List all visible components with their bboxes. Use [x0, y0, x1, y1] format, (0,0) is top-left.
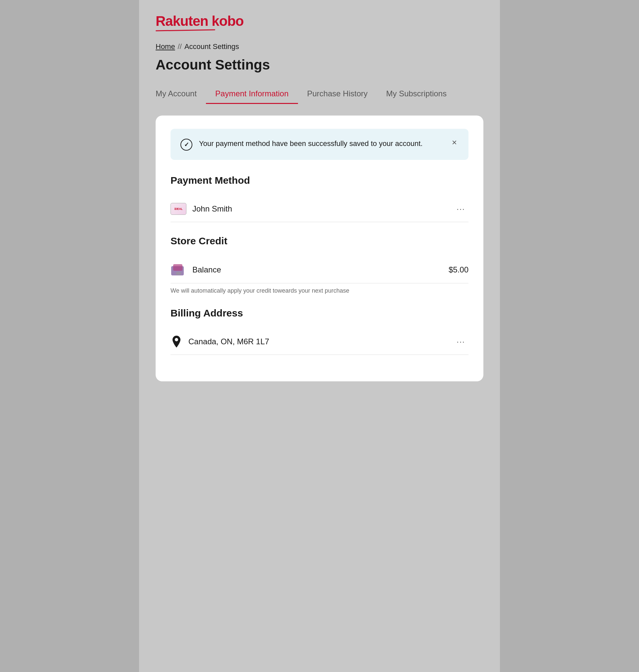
billing-address-item: Canada, ON, M6R 1L7 ··· [171, 329, 468, 355]
logo-text: Rakuten kobo [156, 13, 483, 31]
page-title: Account Settings [156, 57, 483, 73]
store-credit-label: Balance [192, 265, 443, 275]
svg-rect-1 [173, 264, 183, 271]
store-credit-item: Balance $5.00 [171, 256, 468, 283]
billing-address-text: Canada, ON, M6R 1L7 [188, 337, 447, 346]
store-credit-amount: $5.00 [449, 265, 468, 275]
location-pin-icon [171, 336, 183, 348]
breadcrumb-separator: // [178, 42, 182, 51]
tab-my-account[interactable]: My Account [156, 84, 206, 104]
billing-more-options-button[interactable]: ··· [453, 335, 468, 348]
payment-item: iDEAL John Smith ··· [171, 196, 468, 222]
billing-address-section: Billing Address Canada, ON, M6R 1L7 ··· [171, 308, 468, 355]
content-card: Your payment method have been successful… [156, 115, 483, 381]
payment-method-section: Payment Method iDEAL John Smith ··· [171, 175, 468, 222]
breadcrumb: Home // Account Settings [156, 42, 483, 51]
payment-method-title: Payment Method [171, 175, 468, 186]
store-credit-section: Store Credit Balance $5.00 We will autom… [171, 235, 468, 294]
tab-my-subscriptions[interactable]: My Subscriptions [377, 84, 456, 104]
tabs-container: My Account Payment Information Purchase … [156, 84, 483, 104]
breadcrumb-current: Account Settings [184, 42, 239, 51]
svg-point-3 [175, 338, 178, 341]
breadcrumb-home[interactable]: Home [156, 42, 175, 51]
svg-point-2 [176, 272, 181, 275]
alert-close-button[interactable]: × [450, 138, 458, 147]
ideal-logo-text: iDEAL [174, 207, 183, 210]
ideal-icon: iDEAL [171, 203, 186, 215]
payment-more-options-button[interactable]: ··· [453, 203, 468, 215]
store-credit-note: We will automatically apply your credit … [171, 287, 468, 294]
billing-address-title: Billing Address [171, 308, 468, 319]
store-credit-title: Store Credit [171, 235, 468, 247]
tab-payment-information[interactable]: Payment Information [206, 84, 298, 104]
page-container: Rakuten kobo Home // Account Settings Ac… [139, 0, 500, 672]
alert-message: Your payment method have been successful… [199, 138, 444, 149]
logo: Rakuten kobo [156, 13, 483, 31]
store-credit-icon [171, 263, 186, 277]
check-circle-icon [181, 139, 192, 151]
tab-purchase-history[interactable]: Purchase History [298, 84, 377, 104]
alert-box: Your payment method have been successful… [171, 129, 468, 160]
payment-name: John Smith [192, 204, 447, 214]
logo-underline [156, 29, 215, 31]
